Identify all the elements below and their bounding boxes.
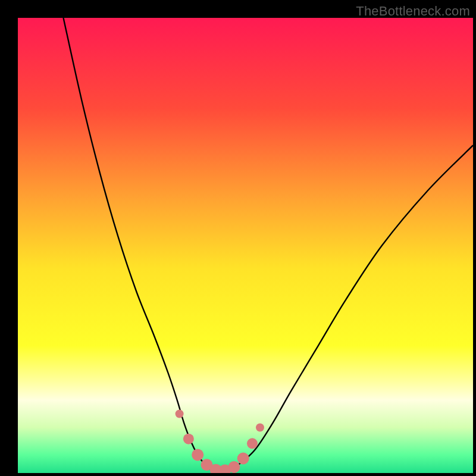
chart-background-gradient — [18, 18, 473, 473]
attribution-text: TheBottleneck.com — [356, 4, 470, 19]
highlight-marker — [228, 461, 240, 473]
bottleneck-chart — [18, 18, 473, 473]
highlight-marker — [237, 453, 249, 465]
highlight-marker — [183, 434, 194, 444]
highlight-marker — [256, 424, 264, 432]
highlight-marker — [192, 449, 203, 461]
highlight-marker — [247, 438, 258, 449]
highlight-marker — [176, 410, 184, 418]
chart-container — [18, 18, 473, 473]
